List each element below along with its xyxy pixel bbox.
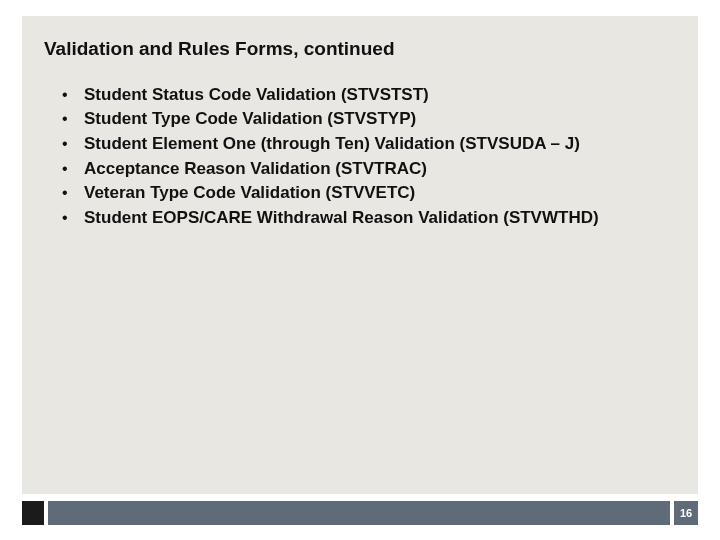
footer-main-bar bbox=[48, 501, 670, 525]
page-number: 16 bbox=[674, 501, 698, 525]
bullet-list: Student Status Code Validation (STVSTST)… bbox=[44, 83, 676, 231]
list-item: Student Status Code Validation (STVSTST) bbox=[62, 83, 676, 108]
content-area: Validation and Rules Forms, continued St… bbox=[22, 16, 698, 494]
list-item: Student Type Code Validation (STVSTYP) bbox=[62, 107, 676, 132]
list-item: Student Element One (through Ten) Valida… bbox=[62, 132, 676, 157]
list-item: Student EOPS/CARE Withdrawal Reason Vali… bbox=[62, 206, 676, 231]
footer-accent-block bbox=[22, 501, 44, 525]
slide: Validation and Rules Forms, continued St… bbox=[0, 0, 720, 540]
list-item: Veteran Type Code Validation (STVVETC) bbox=[62, 181, 676, 206]
footer-bar: 16 bbox=[22, 501, 698, 525]
slide-title: Validation and Rules Forms, continued bbox=[44, 38, 676, 61]
list-item: Acceptance Reason Validation (STVTRAC) bbox=[62, 157, 676, 182]
